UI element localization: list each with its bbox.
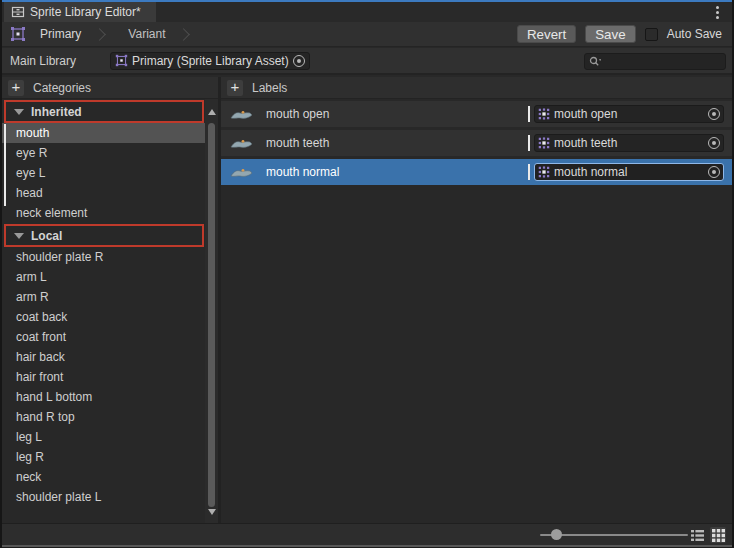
object-picker-icon[interactable]	[708, 166, 720, 178]
sprite-label-name: mouth normal	[266, 165, 528, 179]
drag-handle[interactable]	[528, 106, 530, 122]
sprite-object-field[interactable]: mouth normal	[534, 163, 724, 181]
category-item[interactable]: eye L	[2, 163, 205, 183]
category-item[interactable]: arm R	[2, 287, 205, 307]
add-category-button[interactable]: +	[8, 80, 24, 96]
sprite-thumbnail	[229, 135, 255, 152]
tab-title: Sprite Library Editor*	[30, 5, 141, 19]
slider-track	[540, 534, 688, 536]
category-item[interactable]: hand R top	[2, 407, 205, 427]
sprite-thumbnail	[229, 106, 255, 123]
object-field-value: mouth open	[554, 107, 704, 121]
category-item[interactable]: arm L	[2, 267, 205, 287]
sprite-label-name: mouth open	[266, 107, 528, 121]
drag-handle[interactable]	[528, 135, 530, 151]
labels-header: + Labels	[221, 77, 732, 99]
main-library-object-field[interactable]: Primary (Sprite Library Asset)	[110, 52, 310, 70]
category-item[interactable]: eye R	[2, 143, 205, 163]
main-library-label: Main Library	[10, 54, 110, 68]
category-group: Local shoulder plate Rarm Larm Rcoat bac…	[2, 224, 205, 507]
object-picker-icon[interactable]	[708, 137, 720, 149]
scroll-down-icon[interactable]	[208, 509, 216, 515]
main-library-value: Primary (Sprite Library Asset)	[132, 54, 289, 68]
sprite-library-asset-icon	[115, 54, 128, 67]
labels-title: Labels	[252, 81, 287, 95]
tab-sprite-library-editor[interactable]: Sprite Library Editor*	[4, 2, 156, 22]
drag-handle[interactable]	[528, 164, 530, 180]
categories-title: Categories	[33, 81, 91, 95]
categories-list: Inherited moutheye Reye Lheadneck elemen…	[2, 99, 205, 523]
save-button[interactable]: Save	[585, 25, 635, 43]
object-field-value: mouth teeth	[554, 136, 704, 150]
category-item[interactable]: coat front	[2, 327, 205, 347]
category-item[interactable]: hair front	[2, 367, 205, 387]
add-label-button[interactable]: +	[227, 80, 243, 96]
labels-list: mouth open mouth open mouth teeth	[221, 101, 732, 523]
search-input[interactable]	[584, 53, 726, 70]
object-picker-icon[interactable]	[708, 108, 720, 120]
sprite-thumbnail	[229, 164, 255, 181]
list-view-icon[interactable]	[689, 527, 705, 543]
category-group-label: Local	[31, 229, 62, 243]
category-item[interactable]: mouth	[2, 123, 205, 143]
category-item[interactable]: leg L	[2, 427, 205, 447]
slider-knob[interactable]	[551, 529, 562, 540]
breadcrumb-chevron-icon	[178, 28, 191, 41]
category-item[interactable]: shoulder plate R	[2, 247, 205, 267]
foldout-arrow-icon[interactable]	[14, 109, 24, 115]
sprite-label-name: mouth teeth	[266, 136, 528, 150]
vertical-indicator-line	[4, 124, 6, 206]
thumbnail-size-slider[interactable]	[540, 524, 688, 546]
category-item[interactable]: coat back	[2, 307, 205, 327]
revert-button[interactable]: Revert	[517, 25, 576, 43]
category-item[interactable]: shoulder plate L	[2, 487, 205, 507]
auto-save-checkbox[interactable]	[645, 28, 658, 41]
category-item[interactable]: leg R	[2, 447, 205, 467]
category-item[interactable]: head	[2, 183, 205, 203]
breadcrumb-variant[interactable]: Variant	[128, 27, 165, 41]
sprite-object-field[interactable]: mouth teeth	[534, 134, 724, 152]
sprite-label-row[interactable]: mouth normal mouth normal	[221, 159, 732, 185]
sprite-label-row[interactable]: mouth open mouth open	[221, 101, 732, 127]
breadcrumb-primary[interactable]: Primary	[40, 27, 81, 41]
main-library-row: Main Library Primary (Sprite Library Ass…	[2, 48, 732, 75]
object-field-value: mouth normal	[554, 165, 704, 179]
sprite-icon	[538, 166, 550, 178]
content-area: + Categories Inherited moutheye Reye Lhe…	[2, 77, 732, 523]
scrollbar-thumb[interactable]	[208, 123, 215, 507]
category-group-header[interactable]: Inherited	[4, 100, 204, 123]
sprite-object-field[interactable]: mouth open	[534, 105, 724, 123]
categories-scrollbar[interactable]	[205, 99, 218, 523]
sprite-icon	[538, 108, 550, 120]
category-group: Inherited moutheye Reye Lheadneck elemen…	[2, 100, 205, 223]
category-item[interactable]: neck	[2, 467, 205, 487]
foldout-arrow-icon[interactable]	[14, 233, 24, 239]
breadcrumb-chevron-icon	[93, 28, 106, 41]
labels-pane: + Labels mouth open mouth open mouth tee…	[221, 77, 732, 523]
auto-save-label: Auto Save	[667, 27, 722, 41]
category-group-header[interactable]: Local	[4, 224, 204, 247]
category-group-label: Inherited	[31, 105, 82, 119]
category-item[interactable]: hand L bottom	[2, 387, 205, 407]
sprite-library-editor-icon	[11, 5, 25, 19]
grid-view-icon[interactable]	[710, 527, 726, 543]
sprite-library-asset-icon	[10, 26, 26, 42]
search-icon	[589, 56, 601, 68]
sprite-library-editor-window: Sprite Library Editor* Primary Variant R…	[0, 0, 734, 548]
sprite-icon	[538, 137, 550, 149]
categories-header: + Categories	[2, 77, 218, 99]
category-item[interactable]: neck element	[2, 203, 205, 223]
bottom-bar	[2, 523, 732, 545]
tab-strip: Sprite Library Editor*	[2, 2, 732, 22]
categories-pane: + Categories Inherited moutheye Reye Lhe…	[2, 77, 218, 523]
category-item[interactable]: hair back	[2, 347, 205, 367]
object-picker-icon[interactable]	[293, 55, 305, 67]
kebab-menu-icon[interactable]	[716, 4, 720, 20]
sprite-label-row[interactable]: mouth teeth mouth teeth	[221, 130, 732, 156]
toolbar: Primary Variant Revert Save Auto Save	[2, 22, 732, 47]
scroll-up-icon[interactable]	[208, 109, 216, 115]
